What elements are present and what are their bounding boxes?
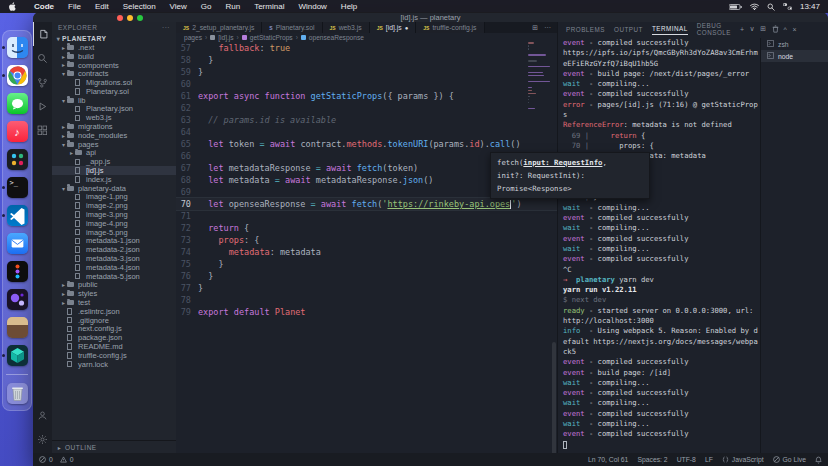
- menu-clock[interactable]: 13:47: [800, 2, 820, 11]
- tree-item-.next[interactable]: ▸.next: [52, 43, 176, 52]
- code-line-77[interactable]: 77}: [176, 282, 557, 294]
- code-line-58[interactable]: 58 }: [176, 54, 557, 66]
- trash-icon[interactable]: [772, 25, 779, 34]
- status-spaces-2[interactable]: Spaces: 2: [637, 456, 667, 463]
- code-line-60[interactable]: 60: [176, 78, 557, 90]
- tree-item-.eslintrc.json[interactable]: .eslintrc.json: [52, 307, 176, 316]
- menu-item-window[interactable]: Window: [291, 2, 333, 11]
- code-line-76[interactable]: 76 }: [176, 270, 557, 282]
- dock-item-slack[interactable]: [7, 149, 28, 170]
- status-ln-70-col-61[interactable]: Ln 70, Col 61: [588, 456, 628, 463]
- terminal-instance-node[interactable]: node: [761, 50, 828, 62]
- dock-item-cube-app[interactable]: [7, 345, 28, 366]
- tree-item-README.md[interactable]: README.md: [52, 342, 176, 351]
- dock-item-chrome[interactable]: [7, 65, 28, 86]
- status-utf-8[interactable]: UTF-8: [677, 456, 696, 463]
- apple-menu-icon[interactable]: [9, 2, 17, 11]
- dock-item-trash[interactable]: [7, 383, 28, 404]
- menu-item-code[interactable]: Code: [27, 2, 61, 11]
- tree-item-node_modules[interactable]: ▸node_modules: [52, 131, 176, 140]
- tree-item-.gitignore[interactable]: .gitignore: [52, 316, 176, 325]
- tab-Planetary.sol[interactable]: SPlanetary.sol: [262, 22, 322, 33]
- project-root-row[interactable]: ▾ PLANETARY: [52, 33, 176, 43]
- breadcrumb-item-getStaticProps[interactable]: getStaticProps: [250, 34, 293, 41]
- code-editor[interactable]: 57 fallback: true58 }59}6061export async…: [176, 42, 557, 453]
- dock-item-minecraft[interactable]: [7, 317, 28, 338]
- scrollbar-thumb[interactable]: [552, 342, 556, 462]
- dock-item-figma[interactable]: [7, 261, 28, 282]
- menu-item-selection[interactable]: Selection: [116, 2, 163, 11]
- minimap[interactable]: [528, 42, 550, 453]
- code-line-57[interactable]: 57 fallback: true: [176, 42, 557, 54]
- breadcrumb-item-[id].js[interactable]: [id].js: [218, 34, 233, 41]
- terminal-output[interactable]: event - compiled successfullyhttps://ipf…: [563, 38, 758, 453]
- status-bell[interactable]: [815, 456, 822, 464]
- split-terminal-icon[interactable]: ⊞: [760, 25, 766, 33]
- code-line-78[interactable]: 78: [176, 294, 557, 306]
- code-line-62[interactable]: 62: [176, 102, 557, 114]
- menu-item-help[interactable]: Help: [334, 2, 364, 11]
- more-actions-icon[interactable]: ⋯: [544, 24, 551, 32]
- new-terminal-icon[interactable]: +: [740, 26, 745, 33]
- battery-icon[interactable]: [729, 4, 742, 10]
- status-warning[interactable]: 0: [60, 456, 74, 463]
- code-line-79[interactable]: 79export default Planet: [176, 306, 557, 318]
- breadcrumb-item-openseaResponse[interactable]: openseaResponse: [309, 34, 364, 41]
- tree-item-image-5.png[interactable]: image-5.png: [52, 228, 176, 237]
- tree-item-yarn.lock[interactable]: yarn.lock: [52, 360, 176, 369]
- panel-tab-problems[interactable]: PROBLEMS: [566, 24, 605, 35]
- wifi-icon[interactable]: [750, 3, 759, 10]
- tree-item-package.json[interactable]: package.json: [52, 333, 176, 342]
- tree-item-image-1.png[interactable]: image-1.png: [52, 193, 176, 202]
- tree-item-image-4.png[interactable]: image-4.png: [52, 219, 176, 228]
- menu-item-go[interactable]: Go: [194, 2, 219, 11]
- close-icon[interactable]: ×: [792, 26, 797, 33]
- modified-dot-icon[interactable]: ●: [405, 25, 409, 31]
- settings-icon[interactable]: [33, 427, 52, 451]
- tree-item-web3.js[interactable]: web3.js: [52, 113, 176, 122]
- tree-item-[id].js[interactable]: [id].js: [52, 166, 176, 175]
- dock-item-terminal[interactable]: >_: [7, 177, 28, 198]
- tree-item-next.config.js[interactable]: next.config.js: [52, 325, 176, 334]
- menu-item-view[interactable]: View: [163, 2, 194, 11]
- search-icon[interactable]: [767, 3, 775, 11]
- menu-item-terminal[interactable]: Terminal: [247, 2, 291, 11]
- code-line-61[interactable]: 61export async function getStaticProps({…: [176, 90, 557, 102]
- editor-scrollbar[interactable]: [552, 42, 556, 453]
- panel-tab-terminal[interactable]: TERMINAL: [652, 23, 688, 35]
- breadcrumb-item-pages[interactable]: pages: [184, 34, 202, 41]
- run-debug-icon[interactable]: [33, 94, 52, 118]
- dock-item-vscode[interactable]: [7, 205, 28, 226]
- tree-item-pages[interactable]: ▾pages: [52, 140, 176, 149]
- tree-item-truffle-config.js[interactable]: truffle-config.js: [52, 351, 176, 360]
- tree-item-metadata-4.json[interactable]: metadata-4.json: [52, 263, 176, 272]
- search-icon[interactable]: [33, 46, 52, 70]
- tree-item-Migrations.sol[interactable]: Migrations.sol: [52, 78, 176, 87]
- code-line-59[interactable]: 59}: [176, 66, 557, 78]
- tree-item-build[interactable]: ▸build: [52, 52, 176, 61]
- tree-item-contracts[interactable]: ▾contracts: [52, 69, 176, 78]
- dock-item-messages[interactable]: [7, 93, 28, 114]
- extensions-icon[interactable]: [33, 118, 52, 142]
- dock-item-planets-app[interactable]: [7, 289, 28, 310]
- source-control-icon[interactable]: [33, 70, 52, 94]
- tree-item-metadata-3.json[interactable]: metadata-3.json: [52, 254, 176, 263]
- tab-truffle-config.js[interactable]: JStruffle-config.js: [416, 22, 484, 33]
- code-line-70[interactable]: 70 let openseaResponse = await fetch('ht…: [176, 198, 557, 210]
- explorer-more-actions-icon[interactable]: ···: [162, 24, 170, 31]
- tree-item-lib[interactable]: ▾lib: [52, 96, 176, 105]
- menu-item-run[interactable]: Run: [218, 2, 247, 11]
- code-line-64[interactable]: 64: [176, 126, 557, 138]
- tab-2_setup_planetary.js[interactable]: JS2_setup_planetary.js: [176, 22, 262, 33]
- code-line-75[interactable]: 75 }: [176, 258, 557, 270]
- code-line-63[interactable]: 63 // params.id is available: [176, 114, 557, 126]
- status-lf[interactable]: LF: [705, 456, 713, 463]
- dock-item-finder[interactable]: [7, 37, 28, 58]
- chevron-up-icon[interactable]: ^: [784, 26, 788, 33]
- code-line-73[interactable]: 73 props: {: [176, 234, 557, 246]
- tree-item-metadata-5.json[interactable]: metadata-5.json: [52, 272, 176, 281]
- tree-item-Planetary.json[interactable]: Planetary.json: [52, 105, 176, 114]
- dock-item-mail[interactable]: [7, 233, 28, 254]
- code-line-72[interactable]: 72 return {: [176, 222, 557, 234]
- dropdown-icon[interactable]: ∨: [750, 25, 756, 33]
